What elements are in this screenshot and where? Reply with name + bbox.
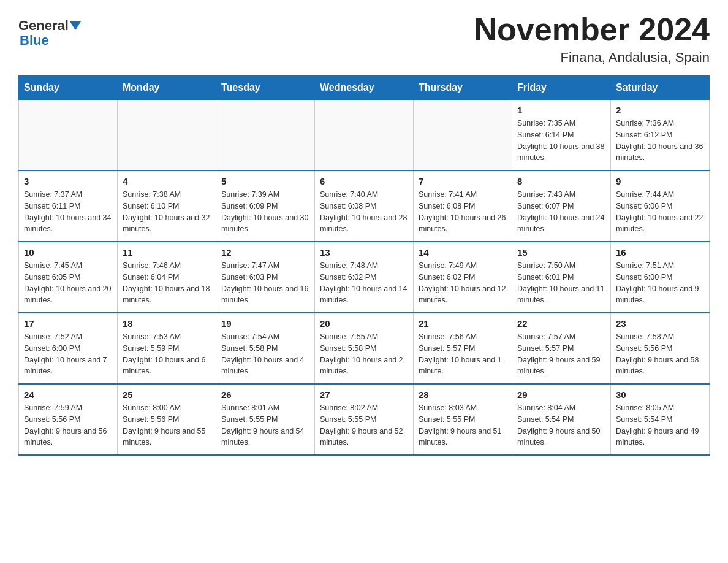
day-cell: 3Sunrise: 7:37 AMSunset: 6:11 PMDaylight…	[19, 170, 118, 242]
day-number: 12	[221, 247, 309, 258]
day-info: Sunrise: 8:03 AMSunset: 5:55 PMDaylight:…	[419, 402, 507, 448]
day-cell: 27Sunrise: 8:02 AMSunset: 5:55 PMDayligh…	[315, 384, 414, 455]
day-info: Sunrise: 7:50 AMSunset: 6:01 PMDaylight:…	[517, 260, 605, 306]
week-row-2: 3Sunrise: 7:37 AMSunset: 6:11 PMDaylight…	[19, 170, 710, 242]
day-cell: 22Sunrise: 7:57 AMSunset: 5:57 PMDayligh…	[512, 313, 611, 384]
day-number: 10	[24, 247, 112, 258]
day-cell: 14Sunrise: 7:49 AMSunset: 6:02 PMDayligh…	[414, 242, 512, 313]
day-number: 18	[123, 318, 211, 329]
day-cell: 28Sunrise: 8:03 AMSunset: 5:55 PMDayligh…	[414, 384, 512, 455]
day-cell: 15Sunrise: 7:50 AMSunset: 6:01 PMDayligh…	[512, 242, 611, 313]
weekday-header-tuesday: Tuesday	[216, 76, 315, 100]
day-cell: 2Sunrise: 7:36 AMSunset: 6:12 PMDaylight…	[611, 100, 710, 171]
day-number: 5	[221, 176, 309, 186]
day-info: Sunrise: 7:53 AMSunset: 5:59 PMDaylight:…	[123, 331, 211, 377]
day-info: Sunrise: 7:46 AMSunset: 6:04 PMDaylight:…	[123, 260, 211, 306]
day-info: Sunrise: 8:02 AMSunset: 5:55 PMDaylight:…	[320, 402, 408, 448]
day-number: 26	[221, 389, 309, 400]
day-cell: 10Sunrise: 7:45 AMSunset: 6:05 PMDayligh…	[19, 242, 118, 313]
day-cell: 26Sunrise: 8:01 AMSunset: 5:55 PMDayligh…	[216, 384, 315, 455]
day-cell: 11Sunrise: 7:46 AMSunset: 6:04 PMDayligh…	[118, 242, 216, 313]
day-info: Sunrise: 7:59 AMSunset: 5:56 PMDaylight:…	[24, 402, 112, 448]
day-number: 29	[517, 389, 605, 400]
month-title: November 2024	[474, 12, 710, 47]
day-cell: 17Sunrise: 7:52 AMSunset: 6:00 PMDayligh…	[19, 313, 118, 384]
day-info: Sunrise: 8:05 AMSunset: 5:54 PMDaylight:…	[616, 402, 704, 448]
weekday-header-friday: Friday	[512, 76, 611, 100]
day-cell: 19Sunrise: 7:54 AMSunset: 5:58 PMDayligh…	[216, 313, 315, 384]
weekday-header-thursday: Thursday	[414, 76, 512, 100]
day-info: Sunrise: 7:44 AMSunset: 6:06 PMDaylight:…	[616, 189, 704, 235]
day-info: Sunrise: 8:00 AMSunset: 5:56 PMDaylight:…	[123, 402, 211, 448]
day-cell: 13Sunrise: 7:48 AMSunset: 6:02 PMDayligh…	[315, 242, 414, 313]
day-cell	[19, 100, 118, 171]
day-number: 17	[24, 318, 112, 329]
page-header: General Blue November 2024 Finana, Andal…	[18, 12, 710, 66]
day-cell	[216, 100, 315, 171]
day-info: Sunrise: 7:47 AMSunset: 6:03 PMDaylight:…	[221, 260, 309, 306]
day-cell: 29Sunrise: 8:04 AMSunset: 5:54 PMDayligh…	[512, 384, 611, 455]
day-cell: 30Sunrise: 8:05 AMSunset: 5:54 PMDayligh…	[611, 384, 710, 455]
day-info: Sunrise: 7:38 AMSunset: 6:10 PMDaylight:…	[123, 189, 211, 235]
day-cell: 9Sunrise: 7:44 AMSunset: 6:06 PMDaylight…	[611, 170, 710, 242]
day-info: Sunrise: 7:48 AMSunset: 6:02 PMDaylight:…	[320, 260, 408, 306]
day-number: 27	[320, 389, 408, 400]
day-number: 9	[616, 176, 704, 186]
day-info: Sunrise: 7:58 AMSunset: 5:56 PMDaylight:…	[616, 331, 704, 377]
day-info: Sunrise: 8:01 AMSunset: 5:55 PMDaylight:…	[221, 402, 309, 448]
day-number: 20	[320, 318, 408, 329]
day-info: Sunrise: 7:41 AMSunset: 6:08 PMDaylight:…	[419, 189, 507, 235]
logo-general-text: General	[18, 18, 69, 33]
day-info: Sunrise: 7:43 AMSunset: 6:07 PMDaylight:…	[517, 189, 605, 235]
week-row-4: 17Sunrise: 7:52 AMSunset: 6:00 PMDayligh…	[19, 313, 710, 384]
day-info: Sunrise: 7:36 AMSunset: 6:12 PMDaylight:…	[616, 118, 704, 164]
day-number: 3	[24, 176, 112, 186]
day-cell: 12Sunrise: 7:47 AMSunset: 6:03 PMDayligh…	[216, 242, 315, 313]
day-cell: 1Sunrise: 7:35 AMSunset: 6:14 PMDaylight…	[512, 100, 611, 171]
weekday-header-row: SundayMondayTuesdayWednesdayThursdayFrid…	[19, 76, 710, 100]
day-info: Sunrise: 7:40 AMSunset: 6:08 PMDaylight:…	[320, 189, 408, 235]
day-cell: 5Sunrise: 7:39 AMSunset: 6:09 PMDaylight…	[216, 170, 315, 242]
week-row-3: 10Sunrise: 7:45 AMSunset: 6:05 PMDayligh…	[19, 242, 710, 313]
day-number: 23	[616, 318, 704, 329]
day-info: Sunrise: 7:39 AMSunset: 6:09 PMDaylight:…	[221, 189, 309, 235]
day-cell	[315, 100, 414, 171]
day-info: Sunrise: 7:35 AMSunset: 6:14 PMDaylight:…	[517, 118, 605, 164]
day-info: Sunrise: 7:37 AMSunset: 6:11 PMDaylight:…	[24, 189, 112, 235]
title-area: November 2024 Finana, Andalusia, Spain	[474, 12, 710, 66]
day-info: Sunrise: 7:54 AMSunset: 5:58 PMDaylight:…	[221, 331, 309, 377]
day-info: Sunrise: 7:55 AMSunset: 5:58 PMDaylight:…	[320, 331, 408, 377]
logo-triangle-icon	[70, 21, 81, 30]
day-number: 28	[419, 389, 507, 400]
day-number: 30	[616, 389, 704, 400]
day-number: 11	[123, 247, 211, 258]
weekday-header-monday: Monday	[118, 76, 216, 100]
day-info: Sunrise: 8:04 AMSunset: 5:54 PMDaylight:…	[517, 402, 605, 448]
day-cell: 4Sunrise: 7:38 AMSunset: 6:10 PMDaylight…	[118, 170, 216, 242]
day-cell: 25Sunrise: 8:00 AMSunset: 5:56 PMDayligh…	[118, 384, 216, 455]
day-cell: 20Sunrise: 7:55 AMSunset: 5:58 PMDayligh…	[315, 313, 414, 384]
day-info: Sunrise: 7:56 AMSunset: 5:57 PMDaylight:…	[419, 331, 507, 377]
week-row-5: 24Sunrise: 7:59 AMSunset: 5:56 PMDayligh…	[19, 384, 710, 455]
day-cell: 7Sunrise: 7:41 AMSunset: 6:08 PMDaylight…	[414, 170, 512, 242]
weekday-header-wednesday: Wednesday	[315, 76, 414, 100]
day-cell: 8Sunrise: 7:43 AMSunset: 6:07 PMDaylight…	[512, 170, 611, 242]
day-number: 6	[320, 176, 408, 186]
day-number: 8	[517, 176, 605, 186]
day-number: 24	[24, 389, 112, 400]
logo-blue-text: Blue	[18, 33, 49, 48]
day-cell: 16Sunrise: 7:51 AMSunset: 6:00 PMDayligh…	[611, 242, 710, 313]
day-number: 14	[419, 247, 507, 258]
day-number: 13	[320, 247, 408, 258]
day-info: Sunrise: 7:51 AMSunset: 6:00 PMDaylight:…	[616, 260, 704, 306]
logo: General Blue	[18, 12, 81, 48]
weekday-header-sunday: Sunday	[19, 76, 118, 100]
day-cell: 6Sunrise: 7:40 AMSunset: 6:08 PMDaylight…	[315, 170, 414, 242]
week-row-1: 1Sunrise: 7:35 AMSunset: 6:14 PMDaylight…	[19, 100, 710, 171]
day-number: 16	[616, 247, 704, 258]
day-cell: 18Sunrise: 7:53 AMSunset: 5:59 PMDayligh…	[118, 313, 216, 384]
day-cell: 24Sunrise: 7:59 AMSunset: 5:56 PMDayligh…	[19, 384, 118, 455]
day-number: 4	[123, 176, 211, 186]
day-cell	[414, 100, 512, 171]
day-number: 22	[517, 318, 605, 329]
